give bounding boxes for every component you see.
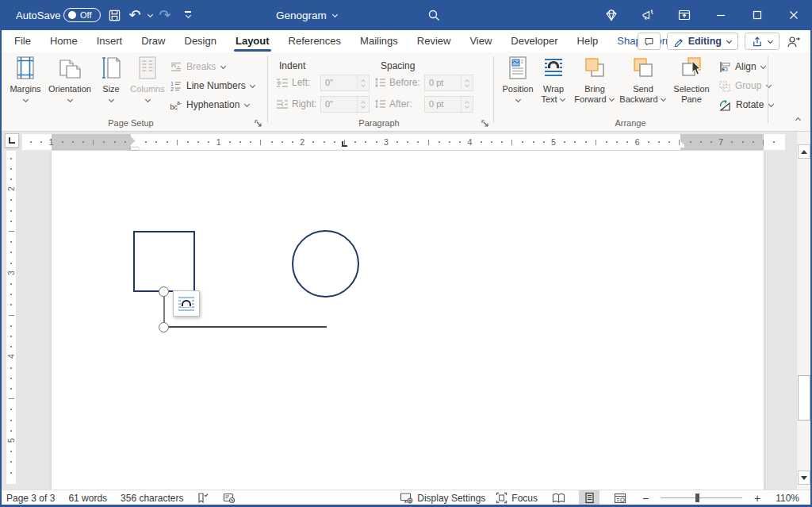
ruler-tick <box>491 141 492 143</box>
line-numbers-button[interactable]: 1 2 Line Numbers <box>170 78 256 94</box>
horizontal-ruler[interactable]: 11234567 <box>22 134 785 150</box>
paragraph-dialog-launcher-icon[interactable] <box>481 119 490 129</box>
ruler-tick <box>10 451 12 452</box>
autosave-state: Off <box>80 10 91 20</box>
close-button[interactable] <box>776 0 812 30</box>
tab-design[interactable]: Design <box>175 30 226 52</box>
minimize-button[interactable] <box>703 0 739 30</box>
comments-button[interactable] <box>638 33 661 50</box>
spacing-header: Spacing <box>381 60 415 71</box>
rectangle-shape[interactable] <box>133 231 195 292</box>
orientation-icon <box>45 56 94 83</box>
left-tab-stop-icon <box>9 137 15 144</box>
indent-left-field[interactable]: 0" <box>320 75 370 91</box>
send-backward-button[interactable]: Send Backward <box>619 56 668 105</box>
focus-button[interactable]: Focus <box>496 492 538 504</box>
document-page[interactable] <box>52 151 764 490</box>
people-presence-icon[interactable] <box>786 35 801 48</box>
line-numbers-icon: 1 2 <box>170 80 182 92</box>
tab-file[interactable]: File <box>5 30 40 52</box>
tab-view[interactable]: View <box>460 30 501 52</box>
ruler-tick <box>763 140 764 145</box>
indent-right-field[interactable]: 0" <box>320 96 370 113</box>
tab-developer[interactable]: Developer <box>501 30 567 52</box>
proofing-status-icon[interactable] <box>197 492 209 504</box>
tab-review[interactable]: Review <box>408 30 461 52</box>
left-indent-marker[interactable] <box>131 148 139 150</box>
save-icon[interactable] <box>105 0 123 30</box>
bring-forward-button[interactable]: Bring Forward <box>573 56 617 105</box>
size-button[interactable]: Size <box>95 56 127 106</box>
zoom-in-button[interactable]: + <box>753 492 762 505</box>
wrap-text-button[interactable]: Wrap Text <box>536 56 571 105</box>
orientation-button[interactable]: Orientation <box>45 56 94 106</box>
scrollbar-thumb[interactable] <box>798 375 810 421</box>
horizontal-line-shape[interactable] <box>164 326 327 328</box>
tab-insert[interactable]: Insert <box>87 30 132 52</box>
maximize-button[interactable] <box>739 0 776 30</box>
collapse-ribbon-icon[interactable] <box>795 116 801 122</box>
indent-right-spinner[interactable] <box>357 97 369 112</box>
ruler-tick <box>344 140 345 145</box>
rotate-button[interactable]: Rotate <box>718 97 774 113</box>
editing-mode-button[interactable]: Editing <box>667 33 738 50</box>
zoom-slider[interactable] <box>661 490 742 505</box>
page-setup-dialog-launcher-icon[interactable] <box>254 119 263 129</box>
statusbar: Page 3 of 3 61 words 356 characters Disp… <box>0 490 812 505</box>
align-button[interactable]: Align <box>718 59 767 75</box>
tab-mailings[interactable]: Mailings <box>350 30 408 52</box>
zoom-slider-thumb[interactable] <box>695 494 699 502</box>
tab-help[interactable]: Help <box>568 30 608 52</box>
document-title[interactable]: Genogram <box>276 0 339 30</box>
selection-pane-button[interactable]: Selection Pane <box>669 56 714 105</box>
web-layout-button[interactable] <box>610 490 630 505</box>
accessibility-checker-icon[interactable] <box>223 492 236 504</box>
ruler-tick <box>260 140 261 145</box>
search-icon[interactable] <box>425 0 442 30</box>
zoom-level[interactable]: 110% <box>772 493 799 504</box>
print-layout-button[interactable] <box>579 490 599 505</box>
redo-icon: ↷ <box>156 0 174 30</box>
connector-endpoint-handle-top[interactable] <box>159 286 169 297</box>
autosave-toggle[interactable]: Off <box>63 0 101 30</box>
layout-options-button[interactable] <box>173 290 200 317</box>
tab-stop-selector[interactable] <box>5 133 19 148</box>
feedback-megaphone-icon[interactable] <box>630 0 666 30</box>
tab-draw[interactable]: Draw <box>132 30 174 52</box>
scroll-down-button[interactable] <box>798 471 810 485</box>
spacing-before-spinner[interactable] <box>461 75 473 90</box>
spacing-before-row: Before: 0 pt <box>374 74 473 91</box>
indent-left-spinner[interactable] <box>357 75 369 90</box>
ribbon-display-options-icon[interactable] <box>666 0 703 30</box>
read-mode-button[interactable] <box>548 490 569 505</box>
hyphenation-button[interactable]: bc a- Hyphenation <box>170 97 250 113</box>
position-button[interactable]: Position <box>500 56 536 106</box>
tab-home[interactable]: Home <box>40 30 87 52</box>
oval-shape[interactable] <box>292 230 359 298</box>
page-indicator[interactable]: Page 3 of 3 <box>6 493 55 504</box>
premium-diamond-icon[interactable] <box>593 0 630 30</box>
wrap-text-icon <box>536 56 571 83</box>
bring-forward-icon <box>573 56 617 83</box>
zoom-out-button[interactable]: − <box>641 492 650 505</box>
ruler-tick <box>312 141 314 143</box>
tab-references[interactable]: References <box>279 30 350 52</box>
word-count[interactable]: 61 words <box>68 493 107 504</box>
display-settings-button[interactable]: Display Settings <box>400 492 485 504</box>
tab-layout[interactable]: Layout <box>226 30 279 52</box>
spacing-after-field[interactable]: 0 pt <box>424 96 473 113</box>
vertical-ruler[interactable]: 2345 <box>6 151 16 484</box>
ruler-number: 3 <box>6 271 16 275</box>
connector-endpoint-handle-bottom[interactable] <box>159 322 169 332</box>
svg-text:a-: a- <box>177 100 182 106</box>
spacing-after-spinner[interactable] <box>461 97 473 112</box>
spacing-before-field[interactable]: 0 pt <box>424 75 473 91</box>
scroll-up-button[interactable] <box>798 144 810 159</box>
share-button[interactable] <box>745 33 779 50</box>
vertical-scrollbar[interactable] <box>796 132 810 490</box>
character-count[interactable]: 356 characters <box>121 493 183 504</box>
customize-toolbar-icon[interactable] <box>179 0 197 30</box>
breaks-button: Breaks <box>170 59 226 75</box>
position-dropdown-icon <box>515 97 521 103</box>
margins-button[interactable]: Margins <box>6 56 44 106</box>
